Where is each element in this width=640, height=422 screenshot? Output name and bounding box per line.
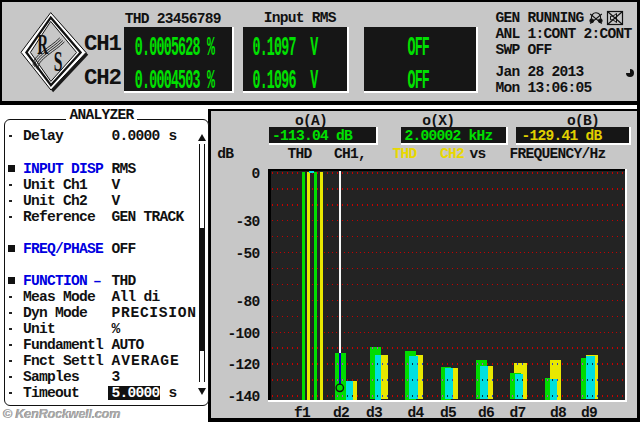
svg-text:R: R bbox=[37, 29, 48, 60]
svg-text:S: S bbox=[54, 47, 63, 78]
